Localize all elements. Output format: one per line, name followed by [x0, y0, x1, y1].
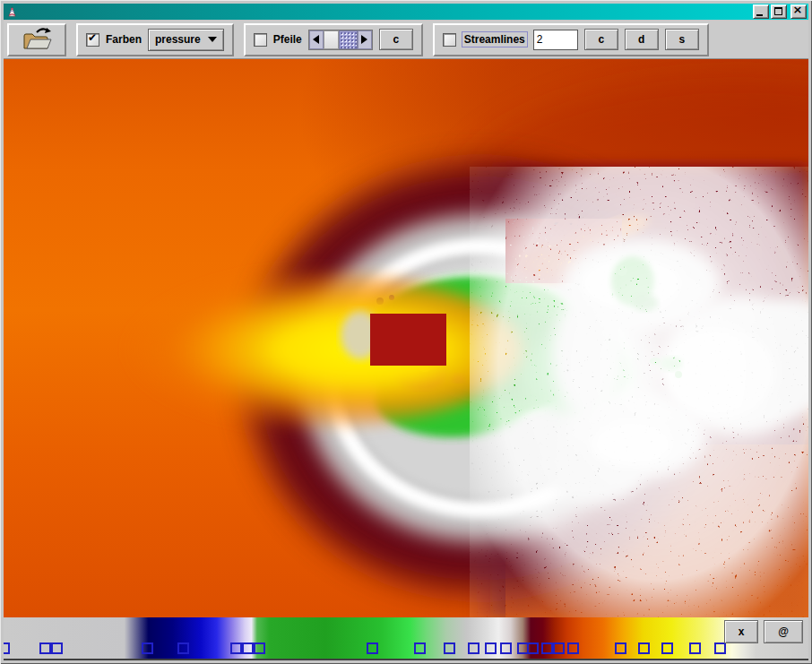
- scrollbar-left-arrow[interactable]: [309, 30, 324, 49]
- minimize-button[interactable]: [753, 4, 769, 19]
- scrollbar-thumb[interactable]: [339, 30, 358, 49]
- close-button[interactable]: [790, 4, 807, 19]
- colorbar-marker[interactable]: [689, 642, 701, 654]
- color-mode-combobox[interactable]: pressure: [148, 29, 224, 51]
- colorbar-at-label: @: [778, 625, 789, 638]
- colorbar-marker[interactable]: [367, 642, 378, 654]
- streamlines-s-button[interactable]: s: [665, 29, 699, 50]
- farben-group: Farben pressure: [76, 23, 234, 56]
- streamlines-group: Streamlines c d s: [433, 23, 709, 56]
- farben-label: Farben: [106, 33, 142, 46]
- scrollbar-right-arrow[interactable]: [358, 30, 372, 49]
- pfeile-c-label: c: [393, 33, 399, 46]
- colorbar-marker[interactable]: [638, 642, 650, 654]
- toolbar: Farben pressure Pfeile c Streamlines c: [4, 21, 808, 59]
- colorbar-marker[interactable]: [468, 642, 479, 654]
- colorbar-marker[interactable]: [485, 642, 497, 654]
- farben-checkbox[interactable]: [86, 33, 99, 47]
- streamlines-s-label: s: [678, 33, 685, 46]
- colorbar-marker[interactable]: [142, 642, 153, 654]
- colorbar-marker[interactable]: [527, 642, 539, 654]
- streamlines-count-field[interactable]: [533, 30, 578, 50]
- colorbar-at-button[interactable]: @: [764, 620, 803, 643]
- streamlines-d-button[interactable]: d: [625, 29, 659, 50]
- colorbar-marker[interactable]: [242, 642, 254, 654]
- colorbar-marker[interactable]: [661, 642, 673, 654]
- flow-field-canvas[interactable]: [4, 59, 808, 617]
- colorbar-strip: x @: [4, 617, 808, 659]
- app-window: Farben pressure Pfeile c Streamlines c: [0, 0, 812, 664]
- colorbar-x-button[interactable]: x: [724, 620, 758, 643]
- combobox-value: pressure: [155, 33, 201, 46]
- scrollbar-track[interactable]: [324, 30, 339, 49]
- colorbar-marker[interactable]: [553, 642, 565, 654]
- bottom-divider: [4, 659, 808, 660]
- colorbar-marker[interactable]: [230, 642, 242, 654]
- pfeile-label: Pfeile: [273, 33, 302, 46]
- streamlines-checkbox[interactable]: [443, 33, 456, 47]
- maximize-button[interactable]: [771, 4, 787, 19]
- streamlines-label: Streamlines: [462, 32, 527, 47]
- colorbar-marker[interactable]: [541, 642, 553, 654]
- pfeile-c-button[interactable]: c: [379, 29, 413, 50]
- obstacle: [370, 314, 446, 366]
- chevron-down-icon: [208, 37, 217, 42]
- streamlines-c-label: c: [598, 33, 604, 46]
- colorbar-marker[interactable]: [177, 642, 189, 654]
- streamlines-d-label: d: [638, 33, 644, 46]
- pfeile-scrollbar: [308, 30, 373, 50]
- open-folder-icon: [19, 27, 55, 52]
- flow-field-svg: [4, 59, 808, 617]
- arrow-right-icon: [361, 35, 367, 44]
- colorbar-marker[interactable]: [254, 642, 265, 654]
- colorbar-marker[interactable]: [4, 642, 10, 654]
- colorbar-x-label: x: [739, 625, 745, 638]
- colorbar-gradient: [4, 617, 808, 659]
- pfeile-group: Pfeile c: [244, 23, 423, 56]
- colorbar-marker[interactable]: [51, 642, 63, 654]
- open-file-button[interactable]: [7, 23, 66, 56]
- pfeile-checkbox[interactable]: [254, 33, 267, 47]
- colorbar-marker[interactable]: [714, 642, 726, 654]
- colorbar-marker[interactable]: [615, 642, 626, 654]
- titlebar[interactable]: [4, 4, 808, 20]
- streamlines-c-button[interactable]: c: [584, 29, 618, 50]
- duke-app-icon: [5, 5, 19, 19]
- arrow-left-icon: [313, 35, 319, 44]
- colorbar-marker[interactable]: [414, 642, 426, 654]
- colorbar-marker[interactable]: [444, 642, 455, 654]
- colorbar-marker[interactable]: [39, 642, 51, 654]
- colorbar-marker[interactable]: [567, 642, 579, 654]
- high-pressure-yellow-glow: [93, 271, 523, 428]
- colorbar-marker[interactable]: [500, 642, 512, 654]
